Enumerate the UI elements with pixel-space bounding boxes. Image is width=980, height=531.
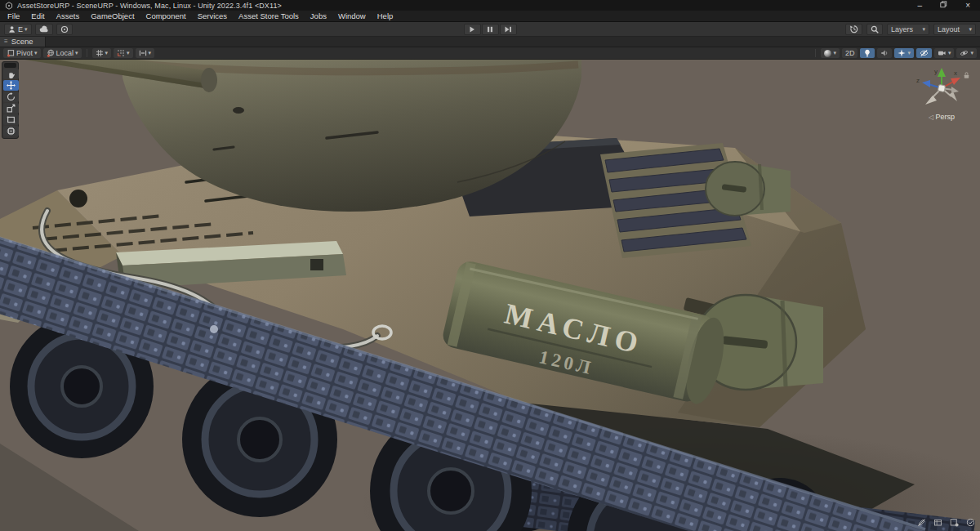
hand-icon bbox=[7, 69, 16, 78]
layers-dropdown[interactable]: Layers ▾ bbox=[887, 24, 929, 35]
scene-visibility-toggle[interactable] bbox=[916, 48, 932, 58]
menu-jobs[interactable]: Jobs bbox=[305, 11, 332, 21]
title-bar: AssetStoreURP - SceneURP - Windows, Mac,… bbox=[0, 0, 980, 11]
undo-history-button[interactable] bbox=[845, 24, 862, 35]
tools-overlay bbox=[2, 61, 19, 139]
menu-gameobject[interactable]: GameObject bbox=[85, 11, 140, 21]
grid-icon bbox=[96, 49, 104, 57]
layout-dropdown[interactable]: Layout ▾ bbox=[933, 24, 976, 35]
rect-icon bbox=[7, 115, 16, 124]
draw-mode-dropdown[interactable]: ▾ bbox=[821, 48, 840, 58]
separator bbox=[87, 49, 87, 57]
chevron-down-icon: ▾ bbox=[833, 51, 836, 56]
move-tool-button[interactable] bbox=[3, 80, 19, 91]
menu-services[interactable]: Services bbox=[192, 11, 233, 21]
search-icon bbox=[871, 25, 879, 33]
play-icon bbox=[469, 26, 475, 33]
gizmos-orbit-icon bbox=[960, 49, 969, 57]
account-button[interactable]: E ▾ bbox=[4, 24, 32, 35]
rotate-icon bbox=[7, 92, 16, 101]
tab-bar: ≡ Scene bbox=[0, 37, 980, 47]
menu-window[interactable]: Window bbox=[332, 11, 372, 21]
scene-viewport[interactable]: МАСЛО 120Л bbox=[0, 60, 980, 531]
persp-arrow-icon: ◁ bbox=[929, 114, 933, 121]
gizmo-x-label: x bbox=[954, 69, 957, 77]
separator bbox=[815, 49, 816, 57]
tool-handle-rotation-dropdown[interactable]: Local ▾ bbox=[43, 48, 82, 58]
2d-label: 2D bbox=[845, 49, 855, 57]
lightbulb-icon bbox=[863, 49, 871, 57]
layout-label: Layout bbox=[938, 25, 960, 33]
menu-component[interactable]: Component bbox=[140, 11, 192, 21]
scale-tool-button[interactable] bbox=[3, 103, 19, 114]
search-button[interactable] bbox=[866, 24, 883, 35]
rotate-tool-button[interactable] bbox=[3, 91, 19, 102]
menu-asset-store-tools[interactable]: Asset Store Tools bbox=[233, 11, 305, 21]
scene-tab-label: Scene bbox=[11, 37, 33, 46]
tank-3d-model: МАСЛО 120Л bbox=[0, 60, 980, 531]
snap-move-icon bbox=[139, 49, 147, 57]
overlay-drag-handle[interactable] bbox=[4, 63, 16, 68]
chevron-down-icon: ▾ bbox=[75, 51, 78, 56]
gizmos-dropdown[interactable]: ▾ bbox=[956, 48, 977, 58]
camera-settings-dropdown[interactable]: ▾ bbox=[934, 48, 955, 58]
person-icon bbox=[8, 25, 16, 33]
main-toolbar: E ▾ Layers ▾ Layout bbox=[0, 22, 980, 37]
pause-icon bbox=[487, 26, 493, 33]
pause-button[interactable] bbox=[482, 24, 499, 35]
transform-tool-button[interactable] bbox=[3, 126, 19, 136]
tab-scene[interactable]: ≡ Scene bbox=[0, 36, 46, 47]
lighting-toggle[interactable] bbox=[860, 48, 875, 58]
effects-dropdown[interactable]: ▾ bbox=[894, 48, 914, 58]
pivot-icon bbox=[7, 49, 15, 57]
cloud-button[interactable] bbox=[35, 24, 53, 35]
menu-help[interactable]: Help bbox=[372, 11, 399, 21]
step-icon bbox=[505, 26, 512, 33]
chevron-down-icon: ▾ bbox=[24, 27, 28, 32]
speaker-icon bbox=[880, 49, 889, 57]
import-activity-icon[interactable] bbox=[950, 515, 959, 530]
check-circle-icon[interactable] bbox=[966, 515, 975, 530]
shaded-sphere-icon bbox=[824, 50, 831, 57]
minimize-button[interactable]: – bbox=[918, 2, 923, 10]
play-button[interactable] bbox=[464, 24, 481, 35]
grid-visibility-dropdown[interactable]: ▾ bbox=[92, 48, 112, 58]
2d-toggle[interactable]: 2D bbox=[842, 48, 858, 58]
version-control-button[interactable] bbox=[56, 24, 73, 35]
snap-dots-icon bbox=[117, 49, 125, 57]
globe-icon bbox=[47, 49, 55, 57]
package-icon[interactable] bbox=[933, 515, 942, 530]
menu-assets[interactable]: Assets bbox=[51, 11, 86, 21]
chevron-down-icon: ▾ bbox=[922, 27, 925, 32]
hand-tool-button[interactable] bbox=[3, 69, 19, 79]
menu-edit[interactable]: Edit bbox=[25, 11, 50, 21]
audio-toggle[interactable] bbox=[877, 48, 892, 58]
rect-tool-button[interactable] bbox=[3, 114, 19, 125]
restore-button[interactable] bbox=[940, 1, 947, 10]
window-title: AssetStoreURP - SceneURP - Windows, Mac,… bbox=[17, 2, 282, 10]
chevron-down-icon: ▾ bbox=[127, 51, 130, 56]
lock-icon[interactable] bbox=[963, 68, 970, 83]
pane-menu-icon[interactable]: ≡ bbox=[4, 38, 8, 45]
snap-increment-dropdown[interactable]: ▾ bbox=[114, 48, 133, 58]
close-button[interactable]: × bbox=[965, 2, 970, 10]
effects-star-icon bbox=[898, 49, 906, 57]
transform-icon bbox=[7, 127, 16, 136]
layers-label: Layers bbox=[891, 25, 913, 33]
circle-target-icon bbox=[60, 25, 69, 33]
move-icon bbox=[7, 81, 16, 90]
unity-logo-icon bbox=[5, 2, 13, 10]
snap-move-dropdown[interactable]: ▾ bbox=[136, 48, 155, 58]
scene-view-toolbar: Pivot ▾ Local ▾ ▾ ▾ ▾ ▾ 2D bbox=[0, 47, 980, 60]
fuel-drum-upper bbox=[706, 162, 791, 216]
tool-handle-position-dropdown[interactable]: Pivot ▾ bbox=[3, 48, 41, 58]
chevron-down-icon: ▾ bbox=[970, 51, 973, 56]
step-button[interactable] bbox=[500, 24, 517, 35]
chevron-down-icon: ▾ bbox=[105, 51, 109, 56]
pivot-label: Pivot bbox=[16, 49, 33, 57]
account-label: E bbox=[18, 25, 23, 33]
chevron-down-icon: ▾ bbox=[34, 51, 38, 56]
pen-slash-icon[interactable] bbox=[917, 515, 926, 530]
menu-file[interactable]: File bbox=[2, 11, 25, 21]
projection-label[interactable]: ◁ Persp bbox=[911, 113, 972, 121]
